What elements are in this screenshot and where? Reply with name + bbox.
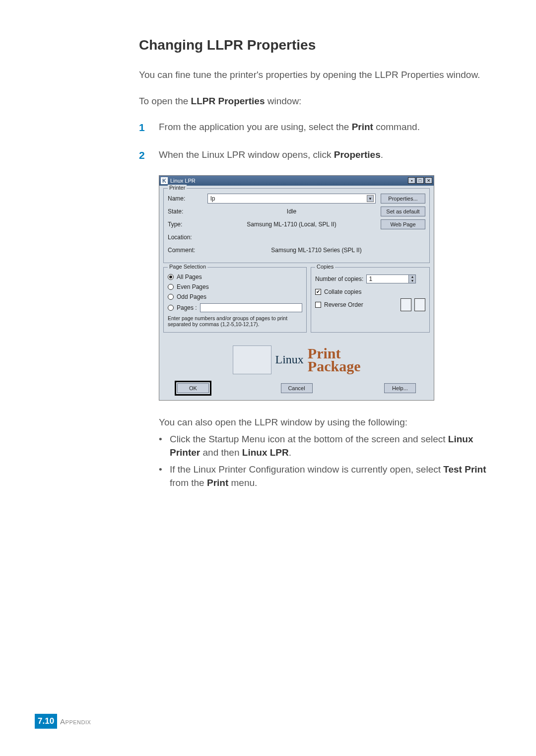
bullet-2: • If the Linux Printer Configuration win… (159, 463, 501, 490)
step2-lead: When the Linux LPR window opens, click (159, 149, 334, 160)
window-title: Linux LPR (170, 178, 196, 184)
step-1-text: From the application you are using, sele… (159, 120, 501, 135)
step-1-number: 1 (139, 120, 150, 135)
b1-mid: and then (200, 447, 242, 458)
open-window-text: To open the LLPR Properties window: (139, 94, 501, 108)
radio-even-pages[interactable]: Even Pages (168, 283, 302, 290)
printer-group: Printer Name: lp ▼ Properties... (163, 188, 430, 263)
comment-value: Samsung ML-1710 Series (SPL II) (207, 247, 425, 254)
b1-tail: . (289, 447, 291, 458)
page-footer: 7.10 Appendix (35, 714, 91, 729)
help-button[interactable]: Help... (384, 383, 416, 393)
linux-print-package-logo: Linux Print Package (163, 337, 430, 381)
step1-bold: Print (352, 122, 373, 132)
copies-group: Copies Number of copies: 1 ▲ ▼ (311, 267, 430, 333)
titlebar[interactable]: K Linux LPR ▪ □ ✕ (159, 176, 434, 186)
page-selection-title: Page Selection (168, 264, 207, 270)
pages-range-hint: Enter page numbers and/or groups of page… (168, 315, 302, 327)
chevron-down-icon: ▼ (367, 195, 374, 202)
post-intro: You can also open the LLPR window by usi… (159, 415, 501, 429)
b1-pre: Click the Startup Menu icon at the botto… (170, 434, 448, 444)
radio-pages-label: Pages : (177, 304, 197, 311)
open-bold: LLPR Properties (191, 96, 265, 106)
printer-name-value: lp (210, 195, 215, 202)
type-value: Samsung ML-1710 (Local, SPL II) (207, 221, 376, 228)
radio-odd-pages[interactable]: Odd Pages (168, 293, 302, 300)
cancel-button[interactable]: Cancel (281, 383, 313, 393)
step1-tail: command. (373, 122, 420, 132)
radio-all-pages[interactable]: All Pages (168, 274, 302, 280)
radio-icon (168, 274, 174, 280)
page-selection-group: Page Selection All Pages Even Pages (163, 267, 307, 333)
radio-all-pages-label: All Pages (177, 274, 202, 280)
step1-lead: From the application you are using, sele… (159, 122, 352, 132)
pages-range-input[interactable] (200, 303, 302, 312)
step-2-text: When the Linux LPR window opens, click P… (159, 148, 501, 163)
collate-illustration-icon (401, 298, 425, 311)
printer-group-title: Printer (168, 185, 187, 191)
checkbox-icon (315, 289, 321, 295)
collate-label: Collate copies (324, 288, 361, 295)
page-number-badge: 7.10 (35, 714, 57, 729)
logo-package-text: Package (308, 360, 361, 373)
b1-b2: Linux LPR (242, 447, 289, 458)
copies-group-title: Copies (315, 264, 335, 270)
step-2: 2 When the Linux LPR window opens, click… (139, 148, 501, 163)
printer-name-dropdown[interactable]: lp ▼ (207, 194, 376, 204)
spin-down-icon[interactable]: ▼ (408, 279, 415, 283)
properties-button[interactable]: Properties... (381, 194, 425, 204)
step2-bold: Properties (334, 149, 381, 160)
b2-pre: If the Linux Printer Configuration windo… (170, 464, 443, 475)
copies-label: Number of copies: (315, 275, 363, 282)
checkbox-icon (315, 302, 321, 308)
intro-text: You can fine tune the printer's properti… (139, 68, 501, 82)
b2-tail: menu. (228, 478, 257, 488)
footer-section-label: Appendix (60, 717, 91, 726)
spin-up-icon[interactable]: ▲ (408, 275, 415, 279)
maximize-button[interactable]: □ (416, 177, 424, 184)
radio-icon (168, 294, 174, 300)
name-label: Name: (168, 195, 202, 202)
radio-icon (168, 305, 174, 311)
b2-mid: from the (170, 478, 207, 488)
state-value: Idle (207, 208, 376, 215)
b2-b1: Test Print (443, 464, 486, 475)
type-label: Type: (168, 221, 202, 228)
ok-button[interactable]: OK (177, 383, 209, 393)
state-label: State: (168, 208, 202, 215)
radio-even-pages-label: Even Pages (177, 283, 209, 290)
step2-tail: . (381, 149, 383, 160)
location-label: Location: (168, 234, 202, 241)
open-tail: window: (265, 96, 301, 106)
copies-spinner[interactable]: 1 ▲ ▼ (366, 275, 416, 283)
step-2-number: 2 (139, 148, 150, 163)
radio-pages-range[interactable]: Pages : (168, 303, 302, 312)
close-button[interactable]: ✕ (425, 177, 432, 184)
kde-icon: K (161, 177, 168, 184)
step-1: 1 From the application you are using, se… (139, 120, 501, 135)
radio-icon (168, 284, 174, 290)
linux-lpr-dialog: K Linux LPR ▪ □ ✕ Printer Name: (159, 175, 434, 401)
b2-b2: Print (207, 478, 228, 488)
web-page-button[interactable]: Web Page (381, 219, 425, 229)
radio-odd-pages-label: Odd Pages (177, 293, 206, 300)
reverse-label: Reverse Order (324, 301, 363, 308)
page-heading: Changing LLPR Properties (139, 37, 501, 53)
comment-label: Comment: (168, 247, 202, 254)
copies-value: 1 (367, 275, 408, 283)
minimize-button[interactable]: ▪ (408, 177, 415, 184)
reverse-checkbox-row[interactable]: Reverse Order (315, 298, 425, 311)
open-lead: To open the (139, 96, 191, 106)
printer-illustration-icon (233, 345, 271, 374)
bullet-1: • Click the Startup Menu icon at the bot… (159, 432, 501, 460)
logo-linux-text: Linux (275, 353, 304, 366)
collate-checkbox-row[interactable]: Collate copies (315, 288, 425, 295)
set-default-button[interactable]: Set as default (381, 206, 425, 216)
